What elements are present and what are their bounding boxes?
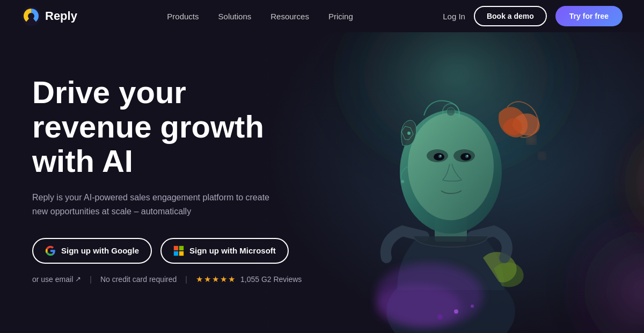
svg-point-28: [437, 314, 443, 320]
svg-point-19: [407, 132, 411, 135]
svg-point-22: [527, 135, 536, 144]
signup-microsoft-button[interactable]: Sign up with Microsoft: [160, 238, 289, 264]
svg-rect-30: [174, 245, 178, 250]
logo-icon: [21, 6, 41, 26]
logo[interactable]: Reply: [21, 6, 77, 26]
nav-actions: Log In Book a demo Try for free: [443, 6, 623, 26]
svg-point-18: [467, 155, 469, 157]
star-3: ★: [212, 274, 219, 284]
book-demo-button[interactable]: Book a demo: [474, 6, 547, 26]
svg-point-29: [401, 180, 404, 183]
svg-rect-31: [179, 245, 184, 250]
arrow-icon: ↗: [75, 275, 81, 283]
hero-content: Drive your revenue growth with AI Reply …: [0, 32, 311, 284]
star-5: ★: [228, 274, 235, 284]
nav-pricing[interactable]: Pricing: [328, 12, 353, 21]
signup-google-button[interactable]: Sign up with Google: [32, 238, 152, 264]
svg-rect-32: [174, 251, 178, 255]
svg-point-26: [454, 309, 458, 314]
hero-title: Drive your revenue growth with AI: [32, 75, 311, 178]
login-button[interactable]: Log In: [443, 12, 465, 21]
email-link[interactable]: or use email ↗: [32, 275, 81, 284]
hero-figure: [268, 32, 644, 333]
nav-links: Products Solutions Resources Pricing: [167, 12, 353, 21]
svg-point-21: [447, 107, 455, 116]
svg-point-23: [539, 153, 545, 159]
nav-products[interactable]: Products: [167, 12, 199, 21]
svg-point-27: [471, 305, 474, 308]
svg-point-10: [408, 113, 494, 220]
hero-buttons: Sign up with Google Sign up with Microso…: [32, 238, 311, 264]
divider: |: [90, 275, 92, 284]
nav-solutions[interactable]: Solutions: [218, 12, 252, 21]
svg-point-25: [376, 285, 462, 328]
microsoft-button-label: Sign up with Microsoft: [189, 246, 276, 255]
star-4: ★: [220, 274, 227, 284]
divider2: |: [185, 275, 187, 284]
star-2: ★: [204, 274, 211, 284]
microsoft-icon: [173, 245, 184, 256]
hero-subtitle: Reply is your AI-powered sales engagemen…: [32, 191, 279, 218]
google-button-label: Sign up with Google: [61, 246, 139, 255]
try-free-button[interactable]: Try for free: [555, 6, 623, 26]
email-link-text: or use email: [32, 275, 73, 284]
reviews-count: 1,055 G2 Reviews: [240, 275, 302, 284]
svg-point-17: [440, 155, 442, 157]
star-1: ★: [196, 274, 203, 284]
star-rating: ★ ★ ★ ★ ★: [196, 274, 235, 284]
google-icon: [45, 245, 56, 256]
hero-section: Drive your revenue growth with AI Reply …: [0, 32, 644, 333]
brand-name: Reply: [45, 9, 77, 23]
navbar: Reply Products Solutions Resources Prici…: [0, 0, 644, 32]
nav-resources[interactable]: Resources: [270, 12, 309, 21]
hero-footer: or use email ↗ | No credit card required…: [32, 274, 311, 284]
svg-rect-33: [179, 251, 184, 255]
no-cc-text: No credit card required: [100, 275, 177, 284]
svg-point-1: [28, 13, 34, 19]
